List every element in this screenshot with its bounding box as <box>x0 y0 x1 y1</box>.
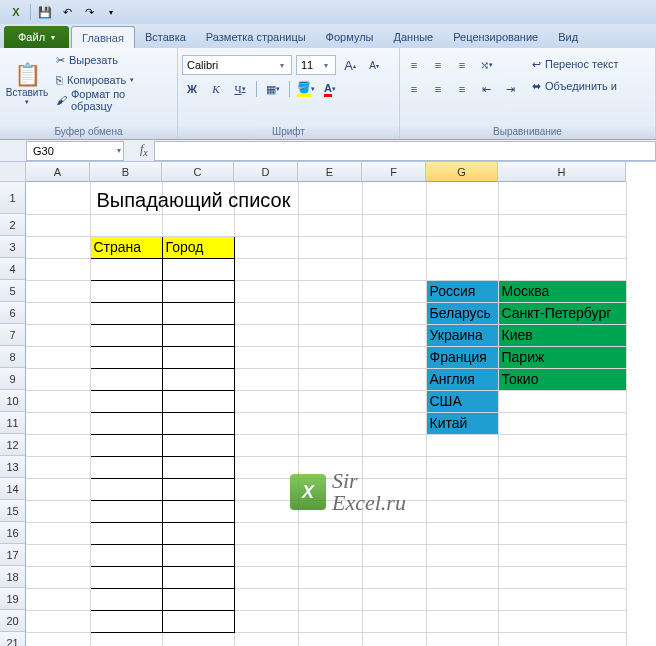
cell-C14[interactable] <box>162 478 234 500</box>
decrease-indent-button[interactable]: ⇤ <box>476 79 496 99</box>
cell-A12[interactable] <box>26 434 90 456</box>
cell-E6[interactable] <box>298 302 362 324</box>
cell-B2[interactable] <box>90 214 162 236</box>
cell-A13[interactable] <box>26 456 90 478</box>
cell-D6[interactable] <box>234 302 298 324</box>
cell-H5[interactable]: Москва <box>498 280 626 302</box>
font-size-input[interactable] <box>297 56 319 74</box>
cell-D21[interactable] <box>234 632 298 646</box>
font-size-combo[interactable]: ▾ <box>296 55 336 75</box>
undo-button[interactable]: ↶ <box>57 2 77 22</box>
tab-data[interactable]: Данные <box>383 26 443 48</box>
align-bottom-button[interactable]: ≡ <box>452 55 472 75</box>
cell-A20[interactable] <box>26 610 90 632</box>
chevron-down-icon[interactable]: ▾ <box>319 61 333 70</box>
row-header-3[interactable]: 3 <box>0 236 26 258</box>
cell-A17[interactable] <box>26 544 90 566</box>
cell-B14[interactable] <box>90 478 162 500</box>
cell-H15[interactable] <box>498 500 626 522</box>
align-left-button[interactable]: ≡ <box>404 79 424 99</box>
cell-F2[interactable] <box>362 214 426 236</box>
row-header-13[interactable]: 13 <box>0 456 26 478</box>
cell-B7[interactable] <box>90 324 162 346</box>
cell-G20[interactable] <box>426 610 498 632</box>
cell-F5[interactable] <box>362 280 426 302</box>
cell-H10[interactable] <box>498 390 626 412</box>
cell-G4[interactable] <box>426 258 498 280</box>
cell-E1[interactable] <box>298 182 362 214</box>
cell-D14[interactable] <box>234 478 298 500</box>
cell-A8[interactable] <box>26 346 90 368</box>
cell-B18[interactable] <box>90 566 162 588</box>
cell-C11[interactable] <box>162 412 234 434</box>
cell-D18[interactable] <box>234 566 298 588</box>
cell-D8[interactable] <box>234 346 298 368</box>
cell-G9[interactable]: Англия <box>426 368 498 390</box>
cell-D11[interactable] <box>234 412 298 434</box>
cell-B16[interactable] <box>90 522 162 544</box>
cell-E5[interactable] <box>298 280 362 302</box>
formula-input[interactable] <box>154 141 656 161</box>
cell-B13[interactable] <box>90 456 162 478</box>
cell-F21[interactable] <box>362 632 426 646</box>
cell-B15[interactable] <box>90 500 162 522</box>
row-header-10[interactable]: 10 <box>0 390 26 412</box>
cell-D19[interactable] <box>234 588 298 610</box>
cell-A18[interactable] <box>26 566 90 588</box>
increase-font-button[interactable]: A▴ <box>340 55 360 75</box>
cell-F19[interactable] <box>362 588 426 610</box>
cell-C13[interactable] <box>162 456 234 478</box>
cell-G18[interactable] <box>426 566 498 588</box>
paste-button[interactable]: 📋 Вставить ▾ <box>4 50 50 118</box>
cell-A6[interactable] <box>26 302 90 324</box>
row-header-7[interactable]: 7 <box>0 324 26 346</box>
font-color-button[interactable]: A▾ <box>320 79 340 99</box>
cell-F18[interactable] <box>362 566 426 588</box>
cut-button[interactable]: ✂ Вырезать <box>52 50 173 70</box>
cell-C12[interactable] <box>162 434 234 456</box>
cell-B9[interactable] <box>90 368 162 390</box>
cell-C8[interactable] <box>162 346 234 368</box>
cell-C5[interactable] <box>162 280 234 302</box>
cell-C21[interactable] <box>162 632 234 646</box>
cell-C19[interactable] <box>162 588 234 610</box>
cell-D5[interactable] <box>234 280 298 302</box>
cell-F11[interactable] <box>362 412 426 434</box>
cell-H18[interactable] <box>498 566 626 588</box>
cell-F10[interactable] <box>362 390 426 412</box>
select-all-corner[interactable] <box>0 162 26 182</box>
cell-H12[interactable] <box>498 434 626 456</box>
cell-A10[interactable] <box>26 390 90 412</box>
cell-D16[interactable] <box>234 522 298 544</box>
cell-F16[interactable] <box>362 522 426 544</box>
cell-E20[interactable] <box>298 610 362 632</box>
cell-H19[interactable] <box>498 588 626 610</box>
cell-B8[interactable] <box>90 346 162 368</box>
cell-H11[interactable] <box>498 412 626 434</box>
cell-D7[interactable] <box>234 324 298 346</box>
merge-button[interactable]: ⬌ Объединить и <box>528 76 623 96</box>
row-header-17[interactable]: 17 <box>0 544 26 566</box>
cell-E8[interactable] <box>298 346 362 368</box>
cell-G3[interactable] <box>426 236 498 258</box>
cell-C7[interactable] <box>162 324 234 346</box>
cell-F6[interactable] <box>362 302 426 324</box>
col-header-E[interactable]: E <box>298 162 362 182</box>
cell-C10[interactable] <box>162 390 234 412</box>
cell-H9[interactable]: Токио <box>498 368 626 390</box>
col-header-F[interactable]: F <box>362 162 426 182</box>
cell-G16[interactable] <box>426 522 498 544</box>
cell-B3[interactable]: Страна <box>90 236 162 258</box>
cell-B11[interactable] <box>90 412 162 434</box>
copy-button[interactable]: ⎘ Копировать ▾ <box>52 70 173 90</box>
row-header-20[interactable]: 20 <box>0 610 26 632</box>
cell-H7[interactable]: Киев <box>498 324 626 346</box>
row-header-6[interactable]: 6 <box>0 302 26 324</box>
cell-A16[interactable] <box>26 522 90 544</box>
row-header-18[interactable]: 18 <box>0 566 26 588</box>
cell-F20[interactable] <box>362 610 426 632</box>
align-top-button[interactable]: ≡ <box>404 55 424 75</box>
cell-G6[interactable]: Беларусь <box>426 302 498 324</box>
tab-formulas[interactable]: Формулы <box>316 26 384 48</box>
cell-H16[interactable] <box>498 522 626 544</box>
